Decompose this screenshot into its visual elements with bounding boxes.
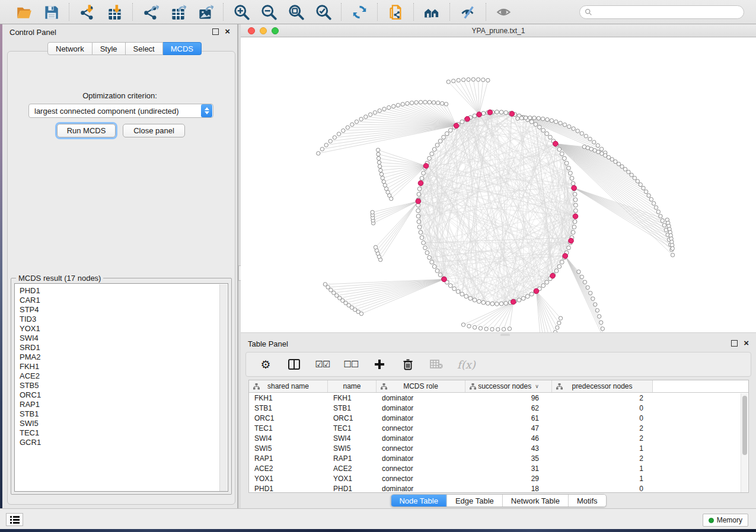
table-row[interactable]: PHD1PHD1dominator180 (249, 483, 748, 493)
tab-network[interactable]: Network (47, 42, 92, 55)
cell: 2 (552, 434, 653, 443)
zoom-in-button[interactable] (231, 2, 252, 21)
tab-node-table[interactable]: Node Table (391, 495, 446, 507)
hide-annotations-button[interactable] (457, 2, 479, 21)
search-input[interactable] (592, 8, 739, 16)
table-panel-header: Table Panel × (241, 336, 756, 351)
cell: SWI4 (328, 434, 377, 443)
result-list-scrollbar[interactable] (219, 284, 227, 492)
network-graph[interactable] (241, 37, 756, 332)
result-item[interactable]: TID3 (20, 315, 228, 324)
optimization-criterion-label: Optimization criterion: (2, 91, 237, 100)
cell: 0 (552, 404, 653, 412)
zoom-fit-button[interactable] (285, 2, 307, 21)
result-item[interactable]: SRD1 (20, 343, 228, 352)
tab-network-table[interactable]: Network Table (502, 495, 568, 507)
memory-status-icon (709, 518, 714, 523)
float-panel-icon[interactable] (212, 28, 219, 36)
mcds-result-items: PHD1CAR1STP4TID3YOX1SWI4SRD1PMA2FKH1ACE2… (15, 284, 228, 447)
result-item[interactable]: RAP1 (20, 400, 228, 409)
result-item[interactable]: STB1 (20, 409, 228, 419)
session-home-button[interactable] (421, 2, 442, 21)
cell: 29 (465, 475, 552, 483)
result-item[interactable]: ACE2 (20, 371, 228, 381)
table-row[interactable]: TEC1TEC1connector472 (249, 423, 748, 433)
unselect-all-icon[interactable]: ☐☐ (343, 357, 359, 372)
import-network-button[interactable] (76, 2, 98, 21)
scrollbar-thumb[interactable] (742, 396, 747, 455)
table-row[interactable]: ORC1ORC1dominator610 (249, 413, 748, 423)
tab-edge-table[interactable]: Edge Table (446, 495, 502, 507)
close-panel-icon[interactable]: × (744, 338, 749, 348)
refresh-button[interactable] (349, 2, 370, 21)
select-all-icon[interactable]: ☑☑ (315, 357, 330, 372)
result-item[interactable]: PHD1 (20, 286, 228, 296)
table-row[interactable]: STB1STB1dominator620 (249, 403, 748, 413)
satellite-nodes[interactable] (317, 78, 675, 332)
network-window-titlebar[interactable]: YPA_prune.txt_1 (241, 24, 756, 37)
float-panel-icon[interactable] (731, 340, 738, 348)
show-annotations-button[interactable] (493, 2, 515, 21)
search-field[interactable] (579, 5, 744, 19)
column-header-predecessor-nodes[interactable]: predecessor nodes (552, 380, 653, 392)
tab-style[interactable]: Style (92, 42, 126, 55)
column-header-shared-name[interactable]: shared name (249, 380, 328, 392)
show-panels-button[interactable] (6, 513, 23, 526)
column-header-successor-nodes[interactable]: successor nodes∨ (465, 380, 552, 392)
table-row[interactable]: ACE2ACE2connector311 (249, 463, 748, 473)
zoom-out-button[interactable] (258, 2, 279, 21)
node-table-grid: shared namenameMCDS rolesuccessor nodes∨… (248, 380, 749, 493)
table-row[interactable]: SWI4SWI4dominator462 (249, 433, 748, 443)
export-network-button[interactable] (140, 2, 161, 21)
save-button[interactable] (40, 2, 62, 21)
mcds-result-list[interactable]: PHD1CAR1STP4TID3YOX1SWI4SRD1PMA2FKH1ACE2… (14, 283, 228, 492)
result-item[interactable]: GCR1 (20, 438, 228, 447)
session-home-icon (424, 4, 440, 20)
memory-button[interactable]: Memory (703, 514, 748, 527)
zoom-out-icon (261, 4, 277, 20)
table-scrollbar[interactable] (741, 393, 748, 492)
result-item[interactable]: CAR1 (20, 296, 228, 305)
result-item[interactable]: STP4 (20, 305, 228, 315)
result-item[interactable]: FKH1 (20, 362, 228, 371)
table-row[interactable]: SWI5SWI5connector431 (249, 443, 748, 453)
result-item[interactable]: YOX1 (20, 324, 228, 334)
run-mcds-button[interactable]: Run MCDS (57, 124, 116, 137)
table-row[interactable]: YOX1YOX1connector291 (249, 473, 748, 483)
table-row[interactable]: FKH1FKH1dominator962 (249, 393, 748, 403)
export-table-button[interactable] (167, 2, 189, 21)
gear-icon[interactable]: ⚙ (258, 357, 273, 372)
result-item[interactable]: TEC1 (20, 428, 228, 438)
column-header-name[interactable]: name (328, 380, 377, 392)
import-table-button[interactable] (104, 2, 125, 21)
hide-annotations-icon (460, 4, 476, 20)
function-builder-icon: f(x) (457, 358, 476, 371)
tab-mcds[interactable]: MCDS (163, 42, 202, 55)
new-network-document-button[interactable] (385, 2, 406, 21)
table-row[interactable]: RAP1RAP1dominator352 (249, 453, 748, 463)
close-panel-icon[interactable]: × (225, 27, 230, 36)
optimization-criterion-dropdown[interactable]: largest connected component (undirected) (28, 104, 213, 118)
zoom-selected-button[interactable] (312, 2, 334, 21)
close-panel-button[interactable]: Close panel (123, 124, 185, 137)
result-item[interactable]: SWI4 (20, 334, 228, 343)
export-image-button[interactable] (194, 2, 216, 21)
result-item[interactable]: STB5 (20, 381, 228, 390)
result-item[interactable]: ORC1 (20, 390, 228, 400)
cell: dominator (377, 394, 465, 402)
tab-select[interactable]: Select (126, 42, 163, 55)
delete-row-icon[interactable] (400, 357, 416, 372)
columns-icon[interactable] (286, 357, 302, 372)
add-row-icon[interactable] (372, 357, 387, 372)
result-item[interactable]: SWI5 (20, 419, 228, 428)
open-folder-button[interactable] (13, 2, 34, 21)
tab-motifs[interactable]: Motifs (568, 495, 606, 507)
new-network-document-icon (388, 4, 404, 20)
import-network-icon (79, 4, 95, 20)
result-item[interactable]: PMA2 (20, 352, 228, 362)
cell: RAP1 (328, 454, 377, 463)
dropdown-stepper-icon (201, 104, 212, 117)
column-header-MCDS-role[interactable]: MCDS role (377, 380, 465, 392)
control-panel-header: Control Panel × (2, 24, 237, 40)
cell: YOX1 (328, 475, 377, 483)
